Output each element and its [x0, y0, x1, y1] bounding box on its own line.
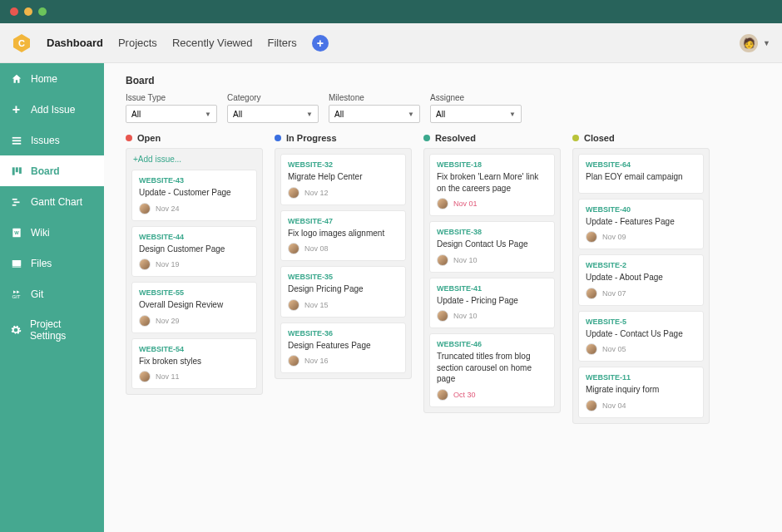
filter-select[interactable]: All▼ [430, 105, 522, 123]
assignee-avatar-icon [586, 231, 597, 243]
add-issue-link[interactable]: +Add issue... [131, 154, 257, 165]
sidebar-item-issues[interactable]: Issues [0, 125, 104, 155]
sidebar-item-settings[interactable]: Project Settings [0, 309, 104, 351]
filter-group: AssigneeAll▼ [430, 93, 522, 123]
filter-select[interactable]: All▼ [329, 105, 420, 123]
column-title: Closed [584, 133, 615, 143]
issue-card[interactable]: WEBSITE-40Update - Features PageNov 09 [578, 199, 704, 250]
sidebar-item-home[interactable]: Home [0, 63, 104, 94]
filter-select[interactable]: All▼ [227, 105, 319, 123]
svg-rect-10 [12, 204, 16, 205]
nav-dashboard[interactable]: Dashboard [47, 37, 103, 49]
files-icon [10, 257, 22, 269]
sidebar-item-board[interactable]: Board [0, 155, 104, 186]
svg-rect-8 [12, 198, 17, 200]
window-minimize-dot[interactable] [24, 7, 32, 16]
filter-select[interactable]: All▼ [126, 105, 217, 123]
sidebar-item-label: Project Settings [30, 318, 94, 342]
sidebar-item-add-issue[interactable]: + Add Issue [0, 94, 104, 125]
chevron-down-icon: ▼ [205, 111, 211, 118]
user-menu[interactable]: 🧑 ▼ [740, 34, 770, 52]
card-title: Update - Customer Page [139, 187, 250, 199]
wiki-icon: W [10, 226, 22, 239]
card-meta: Nov 07 [586, 288, 696, 299]
card-due-date: Nov 11 [156, 372, 180, 381]
issue-card[interactable]: WEBSITE-64Plan EOY email campaign [578, 154, 704, 194]
card-title: Fix broken styles [139, 356, 250, 367]
issue-card[interactable]: WEBSITE-44Design Customer PageNov 19 [131, 226, 257, 278]
svg-text:C: C [18, 38, 25, 48]
add-button[interactable]: + [312, 35, 329, 52]
card-id: WEBSITE-38 [437, 228, 547, 236]
issue-card[interactable]: WEBSITE-2Update - About PageNov 07 [578, 254, 704, 306]
app-logo-icon: C [12, 33, 32, 53]
assignee-avatar-icon [139, 371, 151, 382]
card-id: WEBSITE-36 [288, 329, 398, 337]
assignee-avatar-icon [288, 355, 299, 367]
issue-card[interactable]: WEBSITE-55Overall Design ReviewNov 29 [131, 282, 257, 333]
card-title: Design Customer Page [139, 244, 250, 255]
issue-card[interactable]: WEBSITE-5Update - Contact Us PageNov 05 [578, 311, 704, 362]
card-meta: Nov 15 [288, 299, 398, 311]
status-dot-icon [275, 135, 281, 141]
card-title: Migrate Help Center [288, 171, 398, 183]
issue-card[interactable]: WEBSITE-41Update - Pricing PageNov 10 [429, 278, 555, 329]
card-title: Fix logo images alignment [288, 228, 398, 239]
card-due-date: Nov 01 [453, 200, 478, 208]
sidebar-item-files[interactable]: Files [0, 248, 104, 278]
assignee-avatar-icon [586, 343, 597, 355]
home-icon [10, 72, 22, 85]
card-title: Migrate inquiry form [586, 384, 696, 396]
card-meta: Nov 09 [586, 231, 696, 243]
card-id: WEBSITE-64 [586, 160, 696, 169]
card-meta: Nov 19 [139, 259, 250, 270]
card-due-date: Nov 12 [304, 189, 329, 197]
nav-projects[interactable]: Projects [118, 37, 157, 49]
assignee-avatar-icon [288, 243, 299, 254]
issue-card[interactable]: WEBSITE-18Fix broken 'Learn More' link o… [429, 154, 555, 216]
card-due-date: Nov 29 [156, 317, 180, 325]
sidebar-item-wiki[interactable]: W Wiki [0, 217, 104, 248]
issue-card[interactable]: WEBSITE-54Fix broken stylesNov 11 [131, 338, 257, 390]
card-id: WEBSITE-40 [586, 205, 696, 214]
card-meta: Nov 01 [437, 198, 547, 209]
issue-card[interactable]: WEBSITE-11Migrate inquiry formNov 04 [578, 367, 704, 418]
card-meta: Nov 16 [288, 355, 398, 367]
issue-card[interactable]: WEBSITE-35Design Pricing PageNov 15 [280, 266, 406, 318]
issue-card[interactable]: WEBSITE-46Truncated titles from blog sec… [429, 333, 555, 407]
issue-card[interactable]: WEBSITE-47Fix logo images alignmentNov 0… [280, 210, 406, 262]
svg-rect-2 [12, 136, 21, 138]
issue-card[interactable]: WEBSITE-32Migrate Help CenterNov 12 [280, 154, 406, 205]
card-meta: Oct 30 [437, 389, 547, 401]
card-meta: Nov 10 [437, 254, 547, 266]
card-meta: Nov 11 [139, 371, 250, 382]
card-id: WEBSITE-44 [139, 233, 250, 241]
nav-recently-viewed[interactable]: Recently Viewed [172, 37, 253, 49]
card-meta: Nov 04 [586, 400, 696, 411]
card-due-date: Nov 24 [156, 204, 180, 213]
issue-card[interactable]: WEBSITE-43Update - Customer PageNov 24 [131, 170, 257, 221]
card-title: Overall Design Review [139, 299, 250, 311]
sidebar: Home + Add Issue Issues Board [0, 63, 104, 532]
board-column: ResolvedWEBSITE-18Fix broken 'Learn More… [423, 133, 561, 413]
issue-card[interactable]: WEBSITE-36Design Features PageNov 16 [280, 323, 406, 374]
card-due-date: Nov 08 [304, 244, 329, 253]
assignee-avatar-icon [437, 310, 448, 322]
card-title: Fix broken 'Learn More' link on the care… [437, 171, 547, 194]
filter-label: Issue Type [126, 93, 217, 102]
issue-card[interactable]: WEBSITE-38Design Contact Us PageNov 10 [429, 221, 555, 273]
column-title: Resolved [435, 133, 476, 143]
sidebar-item-gantt[interactable]: Gantt Chart [0, 186, 104, 217]
window-close-dot[interactable] [10, 7, 18, 16]
card-id: WEBSITE-35 [288, 273, 398, 281]
main-panel: Board Issue TypeAll▼CategoryAll▼Mileston… [104, 63, 782, 532]
page-title: Board [126, 75, 767, 86]
assignee-avatar-icon [437, 389, 448, 401]
card-title: Design Features Page [288, 340, 398, 352]
card-id: WEBSITE-18 [437, 160, 547, 169]
nav-filters[interactable]: Filters [267, 37, 296, 49]
window-maximize-dot[interactable] [38, 7, 47, 16]
filter-value: All [233, 110, 242, 119]
sidebar-item-git[interactable]: ▸▸GIT Git [0, 278, 104, 309]
kanban-board: Open+Add issue...WEBSITE-43Update - Cust… [126, 133, 767, 424]
